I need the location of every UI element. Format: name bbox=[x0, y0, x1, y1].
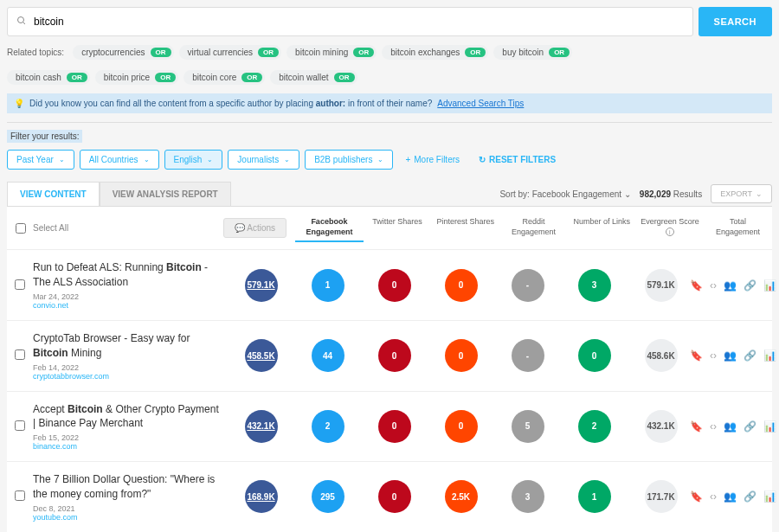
metric-evergreen[interactable]: 0 bbox=[578, 339, 611, 372]
row-tools: 🔖‹›👥🔗📊 bbox=[694, 349, 772, 362]
col-number-of-links[interactable]: Number of Links bbox=[568, 214, 636, 242]
result-source[interactable]: binance.com bbox=[33, 442, 219, 451]
select-all-checkbox[interactable] bbox=[16, 223, 26, 234]
share-icon[interactable]: ‹› bbox=[710, 420, 717, 433]
share-icon[interactable]: ‹› bbox=[710, 490, 717, 503]
topic-pill[interactable]: bitcoin priceOR bbox=[95, 70, 178, 85]
filter-past-year[interactable]: Past Year⌄ bbox=[7, 150, 74, 170]
metric-links[interactable]: 3 bbox=[512, 480, 544, 513]
metric-twitter[interactable]: 1 bbox=[312, 269, 344, 302]
row-checkbox[interactable] bbox=[15, 490, 25, 501]
filter-journalists[interactable]: Journalists⌄ bbox=[228, 150, 299, 170]
metric-links[interactable]: - bbox=[512, 269, 544, 302]
related-topics: Related topics: cryptocurrenciesORvirtua… bbox=[7, 45, 772, 85]
reset-filters[interactable]: ↻ RESET FILTERS bbox=[472, 151, 563, 169]
result-source[interactable]: youtube.com bbox=[33, 513, 219, 522]
bookmark-icon[interactable]: 🔖 bbox=[690, 349, 703, 362]
metric-pinterest[interactable]: 0 bbox=[378, 339, 411, 372]
topic-pill[interactable]: bitcoin coreOR bbox=[183, 70, 265, 85]
or-badge: OR bbox=[258, 48, 279, 57]
metric-links[interactable]: 5 bbox=[512, 410, 544, 443]
metric-evergreen[interactable]: 1 bbox=[578, 480, 611, 513]
link-icon[interactable]: 🔗 bbox=[744, 279, 756, 292]
export-button[interactable]: EXPORT ⌄ bbox=[711, 184, 772, 203]
or-badge: OR bbox=[465, 48, 486, 57]
topic-pill[interactable]: bitcoin walletOR bbox=[270, 70, 357, 85]
filter-all-countries[interactable]: All Countries⌄ bbox=[80, 150, 159, 170]
chart-icon[interactable]: 📊 bbox=[763, 420, 776, 433]
people-icon[interactable]: 👥 bbox=[724, 420, 737, 433]
row-checkbox[interactable] bbox=[15, 279, 25, 290]
metric-evergreen[interactable]: 3 bbox=[578, 269, 611, 302]
metric-pinterest[interactable]: 0 bbox=[378, 269, 411, 302]
metric-facebook[interactable]: 458.5K bbox=[245, 339, 278, 372]
topic-pill[interactable]: cryptocurrenciesOR bbox=[73, 45, 173, 60]
people-icon[interactable]: 👥 bbox=[724, 349, 737, 362]
bookmark-icon[interactable]: 🔖 bbox=[690, 279, 703, 292]
metric-facebook[interactable]: 579.1K bbox=[245, 269, 278, 302]
metric-facebook[interactable]: 432.1K bbox=[245, 410, 278, 443]
share-icon[interactable]: ‹› bbox=[710, 349, 717, 362]
result-title[interactable]: CryptoTab Browser - Easy way for Bitcoin… bbox=[33, 331, 219, 361]
info-icon[interactable]: i bbox=[666, 228, 674, 236]
people-icon[interactable]: 👥 bbox=[724, 279, 737, 292]
metric-pinterest[interactable]: 0 bbox=[378, 480, 411, 513]
link-icon[interactable]: 🔗 bbox=[744, 349, 756, 362]
tab-view-analysis[interactable]: VIEW ANALYSIS REPORT bbox=[100, 182, 231, 206]
metric-reddit[interactable]: 0 bbox=[445, 269, 478, 302]
or-badge: OR bbox=[353, 48, 374, 57]
filter-b2b-publishers[interactable]: B2B publishers⌄ bbox=[305, 150, 393, 170]
advanced-search-link[interactable]: Advanced Search Tips bbox=[437, 99, 524, 108]
sort-by[interactable]: Sort by: Facebook Engagement ⌄ bbox=[499, 189, 630, 199]
metric-twitter[interactable]: 295 bbox=[312, 480, 344, 513]
metric-facebook[interactable]: 168.9K bbox=[245, 480, 278, 513]
share-icon[interactable]: ‹› bbox=[710, 279, 717, 292]
tip-banner: 💡 Did you know you can find all the cont… bbox=[7, 93, 772, 113]
col-evergreen-score[interactable]: Evergreen Score i bbox=[636, 214, 705, 242]
more-filters[interactable]: + More Filters bbox=[398, 151, 467, 169]
col-twitter-shares[interactable]: Twitter Shares bbox=[364, 214, 432, 242]
chevron-down-icon: ⌄ bbox=[284, 156, 290, 163]
topic-pill[interactable]: bitcoin miningOR bbox=[286, 45, 377, 60]
topic-pill[interactable]: buy bitcoinOR bbox=[493, 45, 572, 60]
bookmark-icon[interactable]: 🔖 bbox=[690, 490, 703, 503]
result-source[interactable]: cryptotabbrowser.com bbox=[33, 372, 219, 381]
row-checkbox[interactable] bbox=[15, 420, 25, 431]
topic-pill[interactable]: virtual currenciesOR bbox=[179, 45, 282, 60]
metric-twitter[interactable]: 44 bbox=[312, 339, 344, 372]
metric-twitter[interactable]: 2 bbox=[312, 410, 344, 443]
tab-view-content[interactable]: VIEW CONTENT bbox=[7, 182, 100, 206]
metric-evergreen[interactable]: 2 bbox=[578, 410, 611, 443]
people-icon[interactable]: 👥 bbox=[724, 490, 737, 503]
result-source[interactable]: convio.net bbox=[33, 301, 219, 310]
results-list: Run to Defeat ALS: Running Bitcoin - The… bbox=[7, 249, 772, 532]
col-facebook-engagement[interactable]: Facebook Engagement bbox=[295, 214, 364, 242]
search-input[interactable] bbox=[34, 16, 684, 28]
search-button[interactable]: SEARCH bbox=[699, 7, 772, 36]
metric-reddit[interactable]: 0 bbox=[445, 410, 478, 443]
chart-icon[interactable]: 📊 bbox=[763, 349, 776, 362]
metric-pinterest[interactable]: 0 bbox=[378, 410, 411, 443]
result-title[interactable]: Accept Bitcoin & Other Crypto Payment | … bbox=[33, 402, 219, 432]
result-date: Feb 15, 2022 bbox=[33, 433, 219, 442]
link-icon[interactable]: 🔗 bbox=[744, 420, 756, 433]
filter-english[interactable]: English⌄ bbox=[164, 150, 223, 170]
result-title[interactable]: The 7 Billion Dollar Question: "Where is… bbox=[33, 472, 219, 502]
result-title[interactable]: Run to Defeat ALS: Running Bitcoin - The… bbox=[33, 260, 219, 290]
metric-reddit[interactable]: 0 bbox=[445, 339, 478, 372]
link-icon[interactable]: 🔗 bbox=[744, 490, 756, 503]
col-pinterest-shares[interactable]: Pinterest Shares bbox=[431, 214, 499, 242]
actions-button[interactable]: 💬 Actions bbox=[223, 218, 286, 238]
chart-icon[interactable]: 📊 bbox=[763, 279, 776, 292]
bookmark-icon[interactable]: 🔖 bbox=[690, 420, 703, 433]
plus-icon: + bbox=[405, 155, 410, 164]
col-total-engagement[interactable]: Total Engagement bbox=[704, 214, 772, 242]
topic-pill[interactable]: bitcoin cashOR bbox=[7, 70, 90, 85]
topic-pill[interactable]: bitcoin exchangesOR bbox=[382, 45, 488, 60]
chart-icon[interactable]: 📊 bbox=[763, 490, 776, 503]
col-reddit-engagement[interactable]: Reddit Engagement bbox=[499, 214, 568, 242]
row-checkbox[interactable] bbox=[15, 349, 25, 360]
search-box[interactable] bbox=[7, 7, 693, 36]
metric-reddit[interactable]: 2.5K bbox=[445, 480, 478, 513]
metric-links[interactable]: - bbox=[512, 339, 544, 372]
